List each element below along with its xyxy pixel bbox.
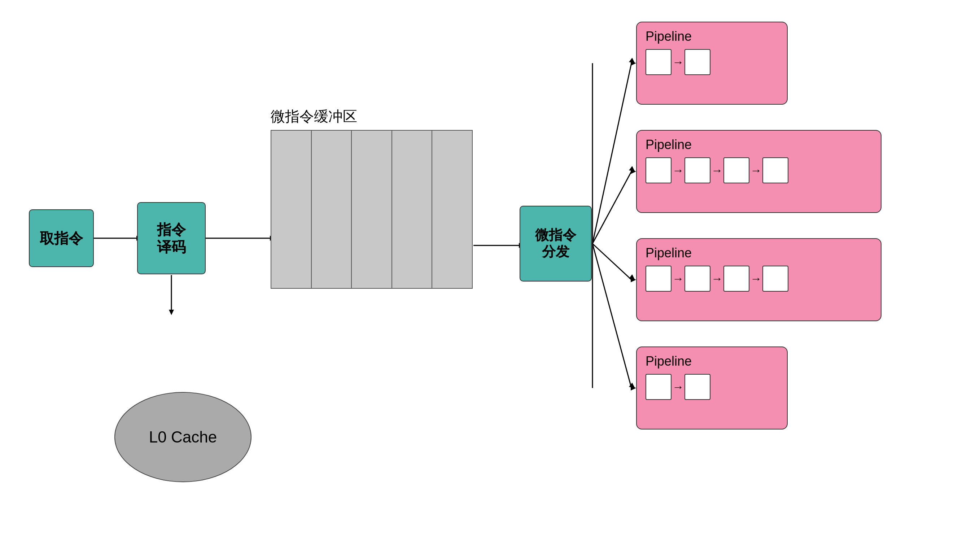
pipeline-1: Pipeline → bbox=[636, 22, 788, 105]
stage-rect bbox=[723, 158, 749, 183]
stage-arrow: → bbox=[749, 164, 762, 177]
stage-rect bbox=[685, 374, 710, 400]
buffer-col-4 bbox=[392, 131, 433, 288]
svg-line-8 bbox=[592, 63, 631, 244]
stage-arrow: → bbox=[749, 272, 762, 286]
stage-arrow: → bbox=[672, 381, 685, 394]
pipeline-3-stages: → → → bbox=[646, 266, 788, 292]
stage-arrow: → bbox=[710, 272, 723, 286]
svg-marker-17 bbox=[631, 61, 636, 66]
svg-marker-18 bbox=[631, 169, 636, 174]
svg-marker-20 bbox=[631, 386, 636, 391]
stage-rect bbox=[646, 374, 672, 400]
svg-marker-7 bbox=[169, 310, 174, 315]
stage-rect bbox=[646, 49, 672, 75]
stage-arrow: → bbox=[710, 164, 723, 177]
svg-marker-13 bbox=[629, 274, 635, 279]
l0cache-label: L0 Cache bbox=[149, 428, 217, 446]
svg-line-12 bbox=[592, 244, 631, 280]
buffer-col-2 bbox=[312, 131, 352, 288]
buffer-node bbox=[270, 130, 473, 289]
dispatch-node: 微指令分发 bbox=[519, 206, 592, 282]
pipeline-3: Pipeline → → → bbox=[636, 238, 882, 321]
pipeline-4: Pipeline → bbox=[636, 346, 788, 430]
pipeline-2-stages: → → → bbox=[646, 158, 788, 183]
diagram: 取指令 指令译码 L0 Cache 微指令缓冲区 微指令分发 Pipeline … bbox=[0, 0, 980, 558]
stage-arrow: → bbox=[672, 272, 685, 286]
stage-rect bbox=[685, 49, 710, 75]
stage-arrow: → bbox=[672, 56, 685, 69]
pipeline-2-label: Pipeline bbox=[646, 137, 692, 152]
pipeline-4-stages: → bbox=[646, 374, 710, 400]
stage-rect bbox=[646, 158, 672, 183]
stage-rect bbox=[685, 158, 710, 183]
pipeline-1-label: Pipeline bbox=[646, 29, 692, 44]
stage-rect bbox=[646, 266, 672, 292]
svg-marker-11 bbox=[629, 166, 635, 171]
svg-marker-9 bbox=[629, 58, 635, 63]
buffer-col-5 bbox=[432, 131, 472, 288]
svg-marker-15 bbox=[629, 382, 635, 387]
pipeline-3-label: Pipeline bbox=[646, 245, 692, 261]
svg-line-10 bbox=[592, 171, 631, 244]
stage-arrow: → bbox=[672, 164, 685, 177]
stage-rect bbox=[762, 158, 788, 183]
pipeline-4-label: Pipeline bbox=[646, 354, 692, 369]
dispatch-label: 微指令分发 bbox=[535, 227, 576, 260]
buffer-col-3 bbox=[352, 131, 392, 288]
buffer-col-1 bbox=[271, 131, 312, 288]
stage-rect bbox=[723, 266, 749, 292]
fetch-node: 取指令 bbox=[29, 209, 94, 267]
stage-rect bbox=[762, 266, 788, 292]
stage-rect bbox=[685, 266, 710, 292]
decode-node: 指令译码 bbox=[137, 202, 206, 274]
l0cache-node: L0 Cache bbox=[115, 392, 251, 482]
svg-line-14 bbox=[592, 244, 631, 388]
pipeline-1-stages: → bbox=[646, 49, 710, 75]
decode-label: 指令译码 bbox=[157, 221, 186, 256]
svg-marker-19 bbox=[631, 277, 636, 282]
pipeline-2: Pipeline → → → bbox=[636, 130, 882, 213]
buffer-label: 微指令缓冲区 bbox=[270, 107, 357, 126]
